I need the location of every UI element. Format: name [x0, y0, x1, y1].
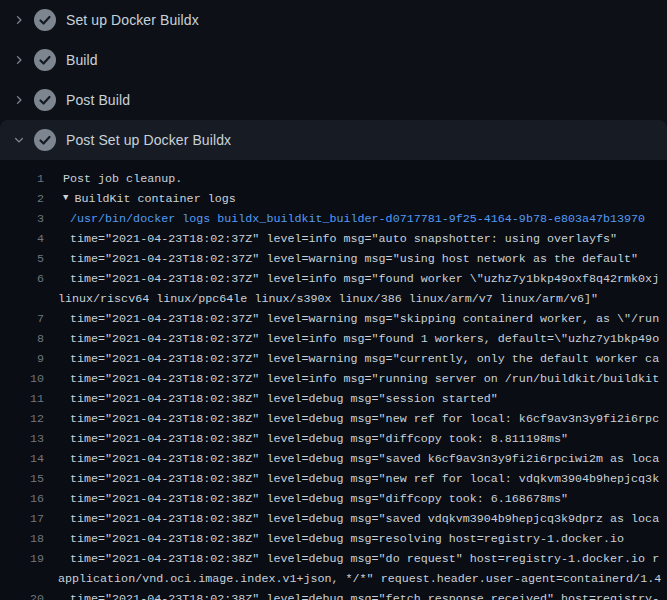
- log-command-text: /usr/bin/docker logs buildx_buildkit_bui…: [70, 209, 645, 229]
- line-number[interactable]: 5: [0, 249, 44, 269]
- chevron-right-icon: [13, 14, 25, 26]
- log-line-text: time="2021-04-23T18:02:38Z" level=debug …: [70, 409, 659, 429]
- log-row: 9time="2021-04-23T18:02:37Z" level=warni…: [0, 349, 667, 369]
- step-label: Post Build: [66, 92, 130, 108]
- line-number[interactable]: 12: [0, 409, 44, 429]
- log-row: 4time="2021-04-23T18:02:37Z" level=info …: [0, 229, 667, 249]
- line-number[interactable]: 6: [0, 269, 44, 289]
- log-row: 11time="2021-04-23T18:02:38Z" level=debu…: [0, 389, 667, 409]
- log-row: 17time="2021-04-23T18:02:38Z" level=debu…: [0, 509, 667, 529]
- chevron-right-icon: [13, 94, 25, 106]
- log-line-text: time="2021-04-23T18:02:37Z" level=warnin…: [70, 349, 659, 369]
- log-row: 20time="2021-04-23T18:02:38Z" level=debu…: [0, 589, 667, 600]
- line-number[interactable]: 14: [0, 449, 44, 469]
- log-line-text: time="2021-04-23T18:02:38Z" level=debug …: [70, 389, 498, 409]
- step-label: Build: [66, 52, 98, 68]
- log-row: 14time="2021-04-23T18:02:38Z" level=debu…: [0, 449, 667, 469]
- chevron-down-icon: [13, 134, 25, 146]
- log-line-text: time="2021-04-23T18:02:38Z" level=debug …: [70, 429, 568, 449]
- line-number[interactable]: 15: [0, 469, 44, 489]
- log-row: 16time="2021-04-23T18:02:38Z" level=debu…: [0, 489, 667, 509]
- log-line-text: time="2021-04-23T18:02:37Z" level=info m…: [70, 269, 659, 289]
- check-circle-icon: [34, 129, 56, 151]
- log-line-text: time="2021-04-23T18:02:37Z" level=warnin…: [70, 309, 659, 329]
- log-line-text: Post job cleanup.: [63, 169, 182, 189]
- log-group-label[interactable]: BuildKit container logs: [74, 189, 235, 209]
- line-number[interactable]: 2: [0, 189, 44, 209]
- log-line-text: time="2021-04-23T18:02:37Z" level=info m…: [70, 229, 617, 249]
- log-lines: 1Post job cleanup.2▼BuildKit container l…: [0, 160, 667, 600]
- log-line-text: time="2021-04-23T18:02:38Z" level=debug …: [70, 449, 659, 469]
- log-line-text: linux/riscv64 linux/ppc64le linux/s390x …: [58, 289, 598, 309]
- line-number[interactable]: 19: [0, 549, 44, 569]
- line-number[interactable]: 13: [0, 429, 44, 449]
- log-line-text: time="2021-04-23T18:02:38Z" level=debug …: [70, 589, 659, 600]
- collapse-triangle-icon[interactable]: ▼: [63, 189, 68, 208]
- log-row: 7time="2021-04-23T18:02:37Z" level=warni…: [0, 309, 667, 329]
- line-number[interactable]: 7: [0, 309, 44, 329]
- line-number[interactable]: 18: [0, 529, 44, 549]
- check-circle-icon: [34, 9, 56, 31]
- log-row: 15time="2021-04-23T18:02:38Z" level=debu…: [0, 469, 667, 489]
- check-circle-icon: [34, 89, 56, 111]
- log-row: 6time="2021-04-23T18:02:37Z" level=info …: [0, 269, 667, 289]
- line-number[interactable]: 9: [0, 349, 44, 369]
- chevron-right-icon: [13, 54, 25, 66]
- workflow-steps-list: Set up Docker Buildx Build: [0, 0, 667, 160]
- log-row: linux/riscv64 linux/ppc64le linux/s390x …: [0, 289, 667, 309]
- log-row: 5time="2021-04-23T18:02:37Z" level=warni…: [0, 249, 667, 269]
- line-number[interactable]: 17: [0, 509, 44, 529]
- log-row: 19time="2021-04-23T18:02:38Z" level=debu…: [0, 549, 667, 569]
- log-line-text: time="2021-04-23T18:02:37Z" level=warnin…: [70, 249, 638, 269]
- line-number[interactable]: 8: [0, 329, 44, 349]
- log-row: application/vnd.oci.image.index.v1+json,…: [0, 569, 667, 589]
- step-label: Set up Docker Buildx: [66, 12, 199, 28]
- log-line-text: time="2021-04-23T18:02:37Z" level=info m…: [70, 329, 659, 349]
- step-row-post-build[interactable]: Post Build: [0, 80, 667, 120]
- log-line-text: time="2021-04-23T18:02:38Z" level=debug …: [70, 469, 659, 489]
- check-circle-icon: [34, 49, 56, 71]
- log-line-text: time="2021-04-23T18:02:38Z" level=debug …: [70, 549, 659, 569]
- line-number[interactable]: 16: [0, 489, 44, 509]
- step-label: Post Set up Docker Buildx: [66, 132, 231, 148]
- line-number[interactable]: 3: [0, 209, 44, 229]
- log-row: 2▼BuildKit container logs: [0, 189, 667, 209]
- line-number[interactable]: 10: [0, 369, 44, 389]
- line-number: [0, 289, 44, 309]
- log-line-text: time="2021-04-23T18:02:38Z" level=debug …: [70, 509, 659, 529]
- log-row: 12time="2021-04-23T18:02:38Z" level=debu…: [0, 409, 667, 429]
- step-row-post-set-up-docker-buildx[interactable]: Post Set up Docker Buildx: [0, 120, 667, 160]
- log-line-text: time="2021-04-23T18:02:37Z" level=info m…: [70, 369, 659, 389]
- log-row: 3/usr/bin/docker logs buildx_buildkit_bu…: [0, 209, 667, 229]
- line-number[interactable]: 4: [0, 229, 44, 249]
- step-row-build[interactable]: Build: [0, 40, 667, 80]
- line-number[interactable]: 11: [0, 389, 44, 409]
- log-row: 1Post job cleanup.: [0, 169, 667, 189]
- log-line-text: time="2021-04-23T18:02:38Z" level=debug …: [70, 489, 568, 509]
- step-row-set-up-docker-buildx[interactable]: Set up Docker Buildx: [0, 0, 667, 40]
- log-row: 18time="2021-04-23T18:02:38Z" level=debu…: [0, 529, 667, 549]
- log-line-text: time="2021-04-23T18:02:38Z" level=debug …: [70, 529, 624, 549]
- log-row: 10time="2021-04-23T18:02:37Z" level=info…: [0, 369, 667, 389]
- log-row: 8time="2021-04-23T18:02:37Z" level=info …: [0, 329, 667, 349]
- log-row: 13time="2021-04-23T18:02:38Z" level=debu…: [0, 429, 667, 449]
- line-number: [0, 569, 44, 589]
- line-number[interactable]: 20: [0, 589, 44, 600]
- line-number[interactable]: 1: [0, 169, 44, 189]
- log-line-text: application/vnd.oci.image.index.v1+json,…: [58, 569, 661, 589]
